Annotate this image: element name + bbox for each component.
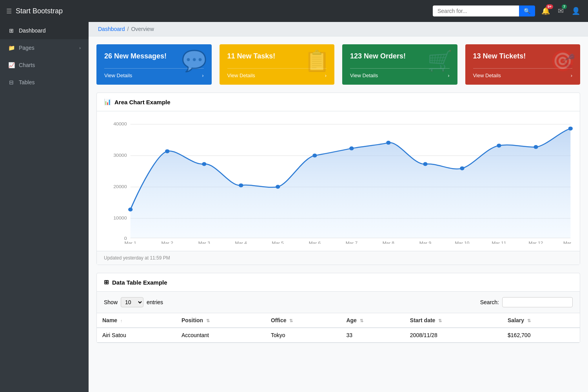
search-input[interactable]: [433, 5, 519, 16]
hamburger-icon[interactable]: ☰: [6, 7, 12, 15]
data-table: Name ↑ Position ⇅ Office ⇅: [97, 313, 580, 343]
col-salary[interactable]: Salary ⇅: [502, 313, 580, 328]
svg-text:Mar 2: Mar 2: [162, 241, 173, 244]
notifications-badge: 9+: [546, 4, 553, 9]
datapoint-3: [239, 183, 243, 187]
card-tickets-arrow: ›: [571, 73, 572, 78]
cell-startdate: 2008/11/28: [405, 328, 502, 343]
area-chart-body: 40000 30000 20000 10000 0: [97, 111, 580, 251]
col-age[interactable]: Age ⇅: [341, 313, 404, 328]
show-label: Show: [104, 299, 118, 305]
sort-icon-name: ↑: [120, 318, 123, 323]
breadcrumb-link[interactable]: Dashboard: [98, 26, 125, 32]
cell-salary: $162,700: [502, 328, 580, 343]
svg-text:Mar 7: Mar 7: [346, 241, 358, 244]
cell-position: Accountant: [176, 328, 265, 343]
sidebar-label-pages: Pages: [19, 45, 34, 51]
breadcrumb-current: Overview: [131, 26, 154, 32]
pages-icon: 📁: [8, 45, 15, 51]
chevron-right-icon: ›: [79, 45, 81, 50]
dashboard-icon: ⊞: [8, 27, 15, 34]
tasks-card-icon: 📋: [304, 49, 330, 73]
table-head: Name ↑ Position ⇅ Office ⇅: [97, 313, 580, 328]
sidebar-item-charts[interactable]: 📈 Charts: [0, 56, 89, 74]
sidebar-item-tables[interactable]: ⊟ Tables: [0, 74, 89, 91]
search-button[interactable]: 🔍: [519, 5, 535, 16]
datapoint-0: [128, 208, 132, 212]
datapoint-6: [349, 147, 354, 151]
data-table-title: Data Table Example: [112, 279, 167, 286]
messages-button[interactable]: ✉ 7: [556, 5, 565, 17]
data-table-section: ⊞ Data Table Example Show 10 25 50 100 e…: [96, 273, 580, 343]
col-name[interactable]: Name ↑: [97, 313, 176, 328]
datapoint-7: [386, 141, 390, 145]
sort-icon-age: ⇅: [360, 318, 363, 323]
svg-text:Mar 8: Mar 8: [383, 241, 394, 244]
entries-label: entries: [147, 299, 163, 305]
messages-badge: 7: [562, 4, 567, 9]
card-tasks-link[interactable]: View Details: [227, 73, 255, 78]
sidebar-label-charts: Charts: [19, 62, 35, 68]
user-button[interactable]: 👤: [570, 5, 582, 17]
card-orders-link[interactable]: View Details: [350, 73, 378, 78]
search-label: Search:: [480, 299, 499, 305]
datapoint-11: [534, 145, 538, 149]
card-tickets-link[interactable]: View Details: [473, 73, 501, 78]
card-tasks-arrow: ›: [325, 73, 327, 78]
card-orders[interactable]: 🛒 123 New Orders! View Details ›: [342, 44, 457, 85]
table-body: Airi Satou Accountant Tokyo 33 2008/11/2…: [97, 328, 580, 343]
table-row: Airi Satou Accountant Tokyo 33 2008/11/2…: [97, 328, 580, 343]
entries-select[interactable]: 10 25 50 100: [121, 297, 143, 307]
cell-age: 33: [341, 328, 404, 343]
chart-container: 40000 30000 20000 10000 0: [104, 118, 573, 244]
svg-text:Mar 1: Mar 1: [125, 241, 136, 244]
area-chart-title: Area Chart Example: [114, 99, 171, 105]
svg-text:Mar 5: Mar 5: [272, 241, 284, 244]
charts-icon: 📈: [8, 62, 15, 68]
cell-name: Airi Satou: [97, 328, 176, 343]
svg-text:Mar 10: Mar 10: [455, 241, 469, 244]
table-header-row: Name ↑ Position ⇅ Office ⇅: [97, 313, 580, 328]
sort-icon-salary: ⇅: [527, 318, 531, 323]
card-messages-link[interactable]: View Details: [104, 73, 132, 78]
card-tasks[interactable]: 📋 11 New Tasks! View Details ›: [220, 44, 335, 85]
navbar-right: 🔍 🔔 9+ ✉ 7 👤: [433, 5, 582, 17]
svg-text:Mar 9: Mar 9: [419, 241, 431, 244]
datapoint-1: [165, 149, 169, 153]
table-search: Search:: [480, 297, 573, 307]
area-chart-title-icon: 📊: [104, 98, 111, 105]
col-office[interactable]: Office ⇅: [265, 313, 341, 328]
svg-text:Mar 6: Mar 6: [309, 241, 321, 244]
area-chart-header: 📊 Area Chart Example: [97, 93, 580, 111]
datapoint-9: [460, 166, 464, 170]
svg-text:Mar 4: Mar 4: [235, 241, 247, 244]
datapoint-12: [568, 127, 573, 131]
svg-text:20000: 20000: [113, 184, 127, 189]
svg-text:30000: 30000: [113, 153, 127, 158]
navbar: ☰ Start Bootstrap 🔍 🔔 9+ ✉ 7 👤: [0, 0, 588, 22]
data-table-header: ⊞ Data Table Example: [97, 273, 580, 292]
datapoint-5: [312, 154, 317, 158]
card-orders-arrow: ›: [448, 73, 449, 78]
sort-icon-office: ⇅: [289, 318, 293, 323]
area-chart-updated: Updated yesterday at 11:59 PM: [104, 255, 170, 261]
sidebar-item-pages[interactable]: 📁 Pages ›: [0, 39, 89, 56]
card-tickets[interactable]: 🎯 13 New Tickets! View Details ›: [465, 44, 581, 85]
svg-text:10000: 10000: [113, 216, 127, 220]
table-search-input[interactable]: [502, 297, 573, 307]
svg-text:40000: 40000: [113, 122, 127, 126]
area-chart-footer: Updated yesterday at 11:59 PM: [97, 251, 580, 265]
tables-icon: ⊟: [8, 79, 15, 85]
col-startdate[interactable]: Start date ⇅: [405, 313, 502, 328]
sort-icon-startdate: ⇅: [438, 318, 442, 323]
breadcrumb-separator: /: [127, 26, 129, 32]
sidebar-item-dashboard[interactable]: ⊞ Dashboard: [0, 22, 89, 39]
cell-office: Tokyo: [265, 328, 341, 343]
svg-text:0: 0: [124, 236, 127, 241]
col-position[interactable]: Position ⇅: [176, 313, 265, 328]
sidebar-label-dashboard: Dashboard: [19, 27, 46, 34]
notifications-button[interactable]: 🔔 9+: [540, 5, 552, 17]
datapoint-8: [423, 162, 427, 166]
card-messages[interactable]: 💬 26 New Messages! View Details ›: [96, 44, 212, 85]
svg-text:Mar 11: Mar 11: [492, 241, 506, 244]
